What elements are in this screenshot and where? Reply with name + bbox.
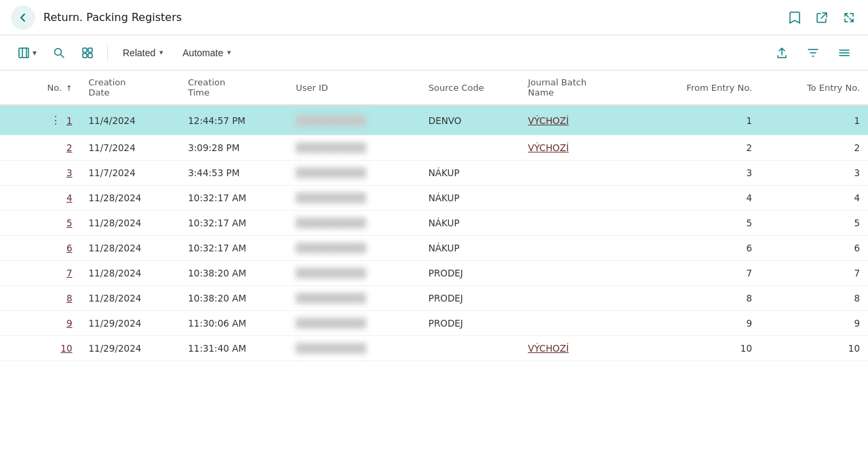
cell-user-id: ██████████	[288, 311, 420, 336]
records-table: No. ↑ CreationDate CreationTime User ID …	[0, 70, 868, 361]
cell-journal-batch-name: VÝCHOZÍ	[519, 336, 652, 361]
record-no-link[interactable]: 6	[66, 243, 73, 253]
cell-journal-batch-name	[519, 261, 652, 286]
cell-creation-time: 10:32:17 AM	[180, 211, 288, 236]
cell-to-entry-no: 2	[760, 136, 868, 161]
cell-user-id: ██████████	[288, 161, 420, 186]
cell-to-entry-no: 4	[760, 186, 868, 211]
related-chevron: ▾	[159, 48, 163, 57]
svg-rect-4	[83, 54, 87, 58]
related-label: Related	[123, 47, 155, 58]
table-container: No. ↑ CreationDate CreationTime User ID …	[0, 70, 868, 454]
open-new-window-icon[interactable]	[814, 9, 830, 26]
cell-no: 2	[0, 136, 81, 161]
table-row[interactable]: 711/28/202410:38:20 AM██████████PRODEJ77	[0, 261, 868, 286]
cell-to-entry-no: 3	[760, 161, 868, 186]
record-no-link[interactable]: 2	[66, 142, 73, 153]
automate-chevron: ▾	[227, 48, 231, 57]
cell-journal-batch-name	[519, 186, 652, 211]
svg-point-1	[55, 48, 62, 55]
cell-no: 6	[0, 236, 81, 261]
automate-label: Automate	[182, 47, 223, 58]
table-row[interactable]: 211/7/20243:09:28 PM██████████VÝCHOZÍ22	[0, 136, 868, 161]
toolbar-divider	[107, 45, 108, 61]
col-header-journal-batch-name: Journal BatchName	[519, 70, 652, 105]
cell-creation-time: 12:44:57 PM	[180, 105, 288, 136]
record-no-link[interactable]: 5	[66, 218, 73, 228]
cell-creation-time: 3:44:53 PM	[180, 161, 288, 186]
journal-batch-name-link[interactable]: VÝCHOZÍ	[528, 142, 568, 153]
cell-source-code	[420, 336, 520, 361]
cell-no: ⋮1	[0, 105, 81, 136]
columns-button[interactable]: ▾	[11, 43, 43, 63]
expand-icon[interactable]	[841, 9, 857, 26]
cell-user-id: ██████████	[288, 236, 420, 261]
table-header-row: No. ↑ CreationDate CreationTime User ID …	[0, 70, 868, 105]
record-no-link[interactable]: 1	[66, 115, 73, 126]
record-no-link[interactable]: 8	[66, 293, 73, 304]
top-bar-icons	[787, 9, 857, 26]
table-row[interactable]: 611/28/202410:32:17 AM██████████NÁKUP66	[0, 236, 868, 261]
toolbar: ▾ Related ▾ Automate ▾	[0, 35, 868, 70]
table-row[interactable]: ⋮111/4/202412:44:57 PM██████████DENVOVÝC…	[0, 105, 868, 136]
more-menu-button[interactable]	[831, 43, 857, 63]
svg-rect-3	[88, 48, 92, 52]
cell-creation-date: 11/4/2024	[81, 105, 180, 136]
table-row[interactable]: 511/28/202410:32:17 AM██████████NÁKUP55	[0, 211, 868, 236]
table-row[interactable]: 811/28/202410:38:20 AM██████████PRODEJ88	[0, 286, 868, 311]
cell-no: 4	[0, 186, 81, 211]
search-button[interactable]	[46, 43, 72, 63]
col-header-source-code: Source Code	[420, 70, 520, 105]
cell-from-entry-no: 9	[652, 311, 760, 336]
journal-batch-name-link[interactable]: VÝCHOZÍ	[528, 115, 568, 126]
related-button[interactable]: Related ▾	[115, 43, 172, 62]
cell-from-entry-no: 4	[652, 186, 760, 211]
cell-no: 7	[0, 261, 81, 286]
cell-user-id: ██████████	[288, 186, 420, 211]
cell-source-code: PRODEJ	[420, 261, 520, 286]
cell-no: 9	[0, 311, 81, 336]
record-no-link[interactable]: 9	[66, 318, 73, 329]
table-row[interactable]: 311/7/20243:44:53 PM██████████NÁKUP33	[0, 161, 868, 186]
table-row[interactable]: 411/28/202410:32:17 AM██████████NÁKUP44	[0, 186, 868, 211]
row-context-menu-button[interactable]: ⋮	[47, 112, 64, 128]
cell-user-id: ██████████	[288, 211, 420, 236]
svg-rect-2	[83, 48, 87, 52]
layout-button[interactable]	[75, 43, 100, 63]
cell-creation-date: 11/7/2024	[81, 161, 180, 186]
record-no-link[interactable]: 10	[60, 343, 72, 354]
col-header-no[interactable]: No. ↑	[0, 70, 81, 105]
svg-rect-0	[19, 48, 28, 58]
toolbar-right	[769, 43, 857, 63]
cell-source-code: PRODEJ	[420, 311, 520, 336]
cell-to-entry-no: 5	[760, 211, 868, 236]
cell-journal-batch-name	[519, 236, 652, 261]
automate-button[interactable]: Automate ▾	[174, 43, 239, 62]
cell-journal-batch-name	[519, 211, 652, 236]
journal-batch-name-link[interactable]: VÝCHOZÍ	[528, 343, 568, 354]
cell-creation-date: 11/28/2024	[81, 186, 180, 211]
cell-creation-date: 11/28/2024	[81, 261, 180, 286]
cell-journal-batch-name	[519, 286, 652, 311]
bookmark-icon[interactable]	[787, 9, 803, 26]
back-button[interactable]	[11, 5, 35, 30]
record-no-link[interactable]: 7	[66, 268, 73, 278]
svg-rect-5	[88, 54, 92, 58]
cell-from-entry-no: 10	[652, 336, 760, 361]
table-row[interactable]: 1011/29/202411:31:40 AM██████████VÝCHOZÍ…	[0, 336, 868, 361]
share-button[interactable]	[769, 43, 795, 63]
record-no-link[interactable]: 4	[66, 192, 73, 203]
cell-no: 10	[0, 336, 81, 361]
col-header-user-id: User ID	[288, 70, 420, 105]
cell-from-entry-no: 8	[652, 286, 760, 311]
cell-source-code	[420, 136, 520, 161]
table-row[interactable]: 911/29/202411:30:06 AM██████████PRODEJ99	[0, 311, 868, 336]
top-bar: Return. Packing Registers	[0, 0, 868, 35]
filter-button[interactable]	[800, 43, 826, 63]
col-header-creation-date: CreationDate	[81, 70, 180, 105]
cell-no: 5	[0, 211, 81, 236]
cell-creation-time: 11:31:40 AM	[180, 336, 288, 361]
record-no-link[interactable]: 3	[66, 167, 73, 178]
cell-user-id: ██████████	[288, 336, 420, 361]
cell-from-entry-no: 6	[652, 236, 760, 261]
